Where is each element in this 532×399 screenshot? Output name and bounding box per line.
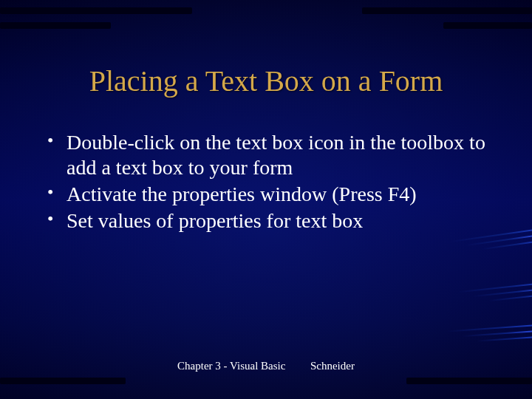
slide-footer: Chapter 3 - Visual Basic Schneider [0,360,532,372]
slide-body: Double-click on the text box icon in the… [44,130,488,236]
decor-bar [362,7,532,14]
bullet-item: Double-click on the text box icon in the… [44,130,488,180]
decor-bar [0,22,111,29]
slide: Placing a Text Box on a Form Double-clic… [0,0,532,399]
bullet-list: Double-click on the text box icon in the… [44,130,488,234]
footer-right: Schneider [310,360,355,372]
slide-title: Placing a Text Box on a Form [0,64,532,98]
footer-left: Chapter 3 - Visual Basic [177,360,285,372]
decor-comet [443,279,532,310]
decor-bar [406,378,532,384]
bullet-item: Set values of properties for text box [44,208,488,233]
bullet-item: Activate the properties window (Press F4… [44,182,488,207]
decor-bar [0,7,192,14]
decor-bar [443,22,532,29]
decor-comet [432,321,532,349]
decor-bar [0,378,126,384]
